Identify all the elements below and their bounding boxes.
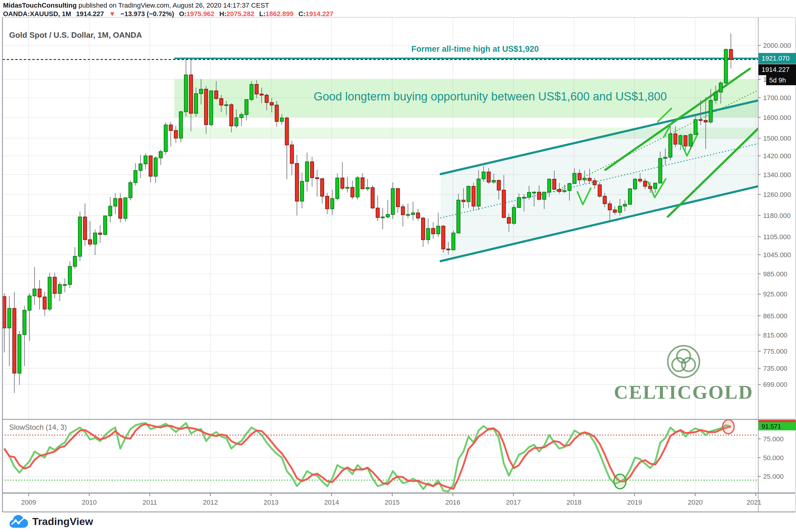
- candle-body: [215, 91, 218, 99]
- candle-body: [714, 92, 718, 100]
- candle-body: [88, 240, 92, 244]
- stoch-signal-circle[interactable]: [723, 420, 734, 434]
- candle-body: [512, 208, 516, 223]
- candle-body: [28, 296, 31, 310]
- candle-body: [315, 178, 319, 179]
- tradingview-cloud-icon[interactable]: [9, 514, 28, 528]
- candle-body: [553, 179, 556, 189]
- candle-body: [653, 183, 657, 189]
- candle-body: [7, 308, 11, 328]
- candle-body: [98, 233, 102, 235]
- candle-body: [593, 181, 596, 185]
- main-chart-canvas[interactable]: 2000.0001800.0001700.0001600.0001500.000…: [0, 0, 796, 532]
- open-value: 1975.962: [186, 10, 215, 18]
- candle-body: [53, 277, 56, 294]
- open-label: O:: [179, 10, 186, 18]
- candle-body: [719, 83, 723, 92]
- candle-body: [285, 118, 289, 145]
- candle-body: [437, 226, 440, 234]
- stoch-pane: [2, 420, 758, 492]
- candle-body: [386, 214, 389, 217]
- candle-body: [280, 118, 283, 121]
- candle-body: [467, 186, 470, 202]
- candle-body: [275, 105, 278, 121]
- candle-body: [497, 180, 501, 190]
- stoch-value-badge: 91.571: [759, 422, 796, 430]
- candle-body: [492, 180, 496, 182]
- candle-body: [159, 152, 162, 158]
- tradingview-brand[interactable]: TradingView: [32, 516, 93, 528]
- candle-body: [447, 249, 450, 250]
- buy-zone-annotation[interactable]: Good longterm buying opportunity between…: [297, 90, 684, 103]
- symbol-label[interactable]: OANDA:XAUUSD, 1M: [3, 10, 71, 18]
- candle-body: [543, 192, 546, 200]
- candle-body: [209, 91, 213, 125]
- candle-body: [295, 164, 299, 201]
- candle-body: [709, 100, 712, 122]
- candle-body: [174, 131, 178, 138]
- candle-body: [649, 186, 652, 188]
- candle-body: [608, 204, 611, 210]
- close-value: 1914.227: [306, 10, 333, 18]
- candle-body: [396, 189, 400, 207]
- candle-body: [200, 89, 203, 94]
- chart-legend-title[interactable]: Gold Spot / U.S. Dollar, 1M, OANDA: [9, 31, 142, 40]
- candle-body: [144, 156, 147, 164]
- candle-body: [644, 181, 647, 186]
- candle-body: [684, 136, 687, 146]
- candle-body: [391, 189, 395, 214]
- candle-body: [310, 162, 314, 178]
- candle-body: [204, 89, 208, 125]
- candle-body: [78, 217, 81, 256]
- candle-body: [93, 233, 97, 244]
- candle-body: [361, 178, 364, 189]
- candle-body: [502, 190, 505, 217]
- candle-body: [13, 308, 16, 373]
- candle-body: [573, 173, 576, 184]
- candle-body: [583, 178, 586, 180]
- candle-body: [351, 188, 354, 197]
- candle-body: [679, 136, 682, 144]
- high-label: H:: [219, 10, 226, 18]
- publisher-name: MidasTouchConsulting: [3, 1, 77, 9]
- time-axis[interactable]: [2, 493, 758, 512]
- chart-header: MidasTouchConsulting published on Tradin…: [3, 1, 333, 18]
- candle-body: [38, 289, 41, 297]
- candle-body: [416, 213, 420, 218]
- candle-body: [300, 182, 303, 201]
- candle-body: [68, 266, 72, 285]
- candle-body: [119, 198, 122, 218]
- candle-body: [270, 102, 274, 105]
- candle-body: [729, 49, 733, 59]
- candle-body: [669, 134, 672, 157]
- stoch-indicator-label[interactable]: SlowStoch (14, 3): [9, 423, 67, 432]
- candle-body: [265, 95, 268, 102]
- candle-body: [290, 145, 294, 164]
- former-high-annotation[interactable]: Former all-time high at US$1,920: [402, 44, 548, 54]
- candle-body: [341, 178, 344, 188]
- candle-body: [401, 207, 405, 215]
- candle-body: [704, 120, 707, 122]
- stoch-signal-circle[interactable]: [614, 474, 626, 489]
- candle-body: [179, 112, 183, 138]
- candle-body: [659, 158, 662, 183]
- candle-body: [689, 134, 692, 146]
- publish-line: MidasTouchConsulting published on Tradin…: [3, 1, 333, 10]
- candle-body: [48, 277, 52, 309]
- candle-body: [189, 75, 193, 113]
- candle-body: [422, 218, 425, 240]
- tradingview-footer: TradingView: [9, 514, 93, 528]
- last-price-badge: 1914.227: [759, 64, 796, 75]
- candle-body: [694, 120, 697, 134]
- candle-body: [235, 118, 238, 126]
- candle-body: [240, 114, 243, 118]
- candle-body: [3, 297, 6, 328]
- candle-body: [18, 335, 21, 373]
- candle-body: [169, 125, 172, 131]
- close-label: C:: [298, 10, 306, 18]
- candle-body: [563, 191, 566, 191]
- candle-body: [603, 196, 606, 204]
- candle-body: [724, 49, 727, 83]
- candle-body: [356, 178, 359, 197]
- candle-body: [255, 84, 258, 94]
